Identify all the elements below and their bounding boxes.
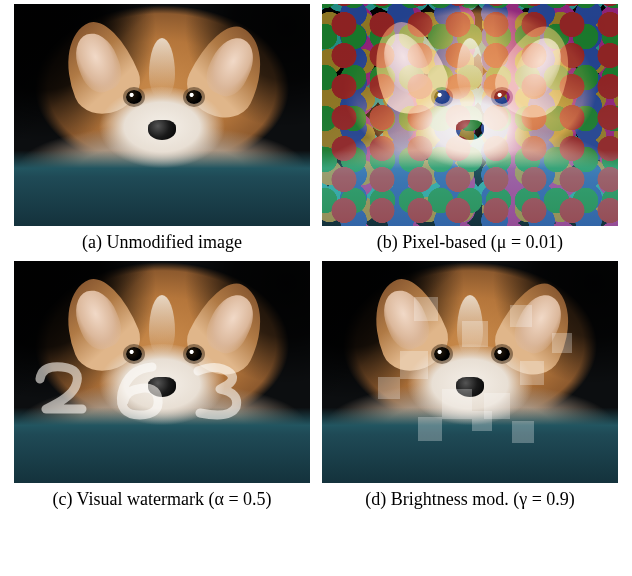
dog-eye-right: [494, 90, 510, 104]
panel-a: (a) Unmodified image: [8, 4, 316, 253]
caption-c: (c) Visual watermark (α = 0.5): [52, 489, 271, 510]
figure-grid: (a) Unmodified image (b) Pixel-based (μ …: [0, 0, 632, 518]
image-pixel-based: [322, 4, 618, 226]
dog-eye-left: [434, 90, 450, 104]
image-brightness-mod: [322, 261, 618, 483]
caption-d: (d) Brightness mod. (γ = 0.9): [365, 489, 575, 510]
dog-eye-left: [434, 347, 450, 361]
dog-nose: [456, 120, 484, 140]
image-unmodified: [14, 4, 310, 226]
digit-3-icon: [188, 359, 244, 423]
watermark-digits: [32, 359, 244, 423]
dog-nose: [148, 120, 176, 140]
dog-eye-left: [126, 90, 142, 104]
panel-b: (b) Pixel-based (μ = 0.01): [316, 4, 624, 253]
dog-eye-right: [494, 347, 510, 361]
dog-nose: [456, 377, 484, 397]
dog-eye-right: [186, 90, 202, 104]
caption-b: (b) Pixel-based (μ = 0.01): [377, 232, 563, 253]
image-visual-watermark: [14, 261, 310, 483]
panel-d: (d) Brightness mod. (γ = 0.9): [316, 261, 624, 510]
panel-c: (c) Visual watermark (α = 0.5): [8, 261, 316, 510]
digit-6-icon: [110, 359, 166, 423]
caption-a: (a) Unmodified image: [82, 232, 242, 253]
digit-2-icon: [32, 359, 88, 423]
